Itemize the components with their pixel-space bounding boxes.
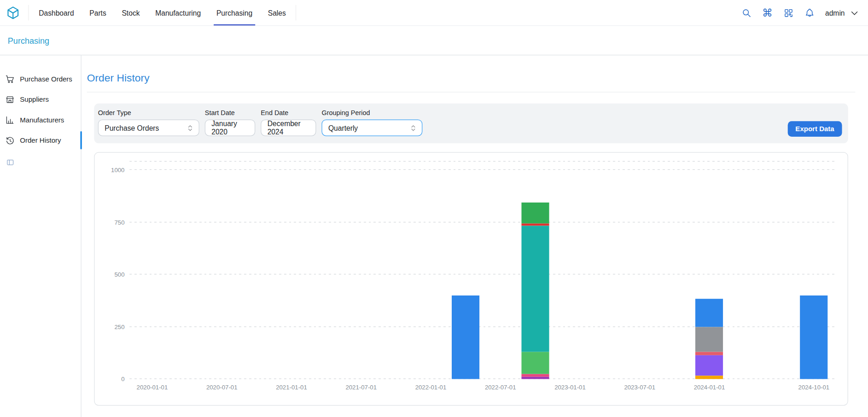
panel-collapse-icon[interactable] <box>6 158 14 167</box>
gridline <box>129 326 836 327</box>
gridline <box>129 161 836 162</box>
bar-segment <box>521 377 549 379</box>
sidebar-item-order-history[interactable]: Order History <box>0 130 81 151</box>
y-axis-tick-label: 750 <box>102 219 124 226</box>
chevron-down-icon <box>850 8 859 17</box>
y-axis-tick-label: 250 <box>102 324 124 330</box>
main-panel: Order History Order Type Purchase Orders… <box>82 55 868 417</box>
x-axis-tick-label: 2022-07-01 <box>485 384 516 390</box>
tab-sales[interactable]: Sales <box>260 0 294 25</box>
select-updown-icon <box>186 124 194 132</box>
history-icon <box>5 135 15 145</box>
bar-segment <box>521 226 549 352</box>
sidebar: Purchase Orders Suppliers Manufacture <box>0 55 82 417</box>
bar-segment <box>695 299 723 327</box>
logo-cube-icon <box>6 5 20 20</box>
main-nav: Dashboard Parts Stock Manufacturing Purc… <box>29 0 296 25</box>
chart-bar-2022-04-01[interactable] <box>452 162 479 379</box>
chart-plot: 025050075010002020-01-012020-07-012021-0… <box>129 162 836 379</box>
end-date-input[interactable]: December 2024 <box>261 120 316 136</box>
order-type-select[interactable]: Purchase Orders <box>98 120 199 136</box>
top-navbar: Dashboard Parts Stock Manufacturing Purc… <box>0 0 868 26</box>
sidebar-item-label: Manufacturers <box>20 116 64 124</box>
grouping-period-label: Grouping Period <box>321 109 422 117</box>
x-axis-tick-label: 2024-01-01 <box>694 384 725 390</box>
qrcode-icon[interactable] <box>783 7 794 18</box>
x-axis-tick-label: 2020-01-01 <box>137 384 168 390</box>
bar-segment <box>452 295 479 379</box>
x-axis-tick-label: 2022-01-01 <box>415 384 447 390</box>
order-type-value: Purchase Orders <box>105 124 159 132</box>
sidebar-item-manufacturers[interactable]: Manufacturers <box>0 110 81 130</box>
start-date-input[interactable]: January 2020 <box>205 120 255 136</box>
chart-bar-2022-10-01[interactable] <box>521 162 549 379</box>
filter-panel: Order Type Purchase Orders Start Date Ja… <box>94 104 848 144</box>
bar-segment <box>800 295 827 379</box>
select-updown-icon <box>409 124 417 132</box>
grouping-period-select[interactable]: Quarterly <box>321 120 422 136</box>
app-window: Dashboard Parts Stock Manufacturing Purc… <box>0 0 868 417</box>
gridline <box>129 169 836 170</box>
sidebar-item-purchase-orders[interactable]: Purchase Orders <box>0 69 81 89</box>
x-axis-tick-label: 2024-10-01 <box>798 384 830 390</box>
chart-icon <box>5 115 15 125</box>
y-axis-tick-label: 500 <box>102 271 124 278</box>
tab-parts[interactable]: Parts <box>82 0 114 25</box>
tab-dashboard[interactable]: Dashboard <box>31 0 82 25</box>
app-logo[interactable] <box>6 0 20 25</box>
export-data-button[interactable]: Export Data <box>788 121 842 137</box>
bar-segment <box>695 376 723 379</box>
bar-segment <box>695 355 723 376</box>
x-axis-tick-label: 2021-01-01 <box>276 384 307 390</box>
tab-manufacturing[interactable]: Manufacturing <box>147 0 209 25</box>
breadcrumb-purchasing[interactable]: Purchasing <box>8 36 49 45</box>
gridline <box>129 222 836 222</box>
page-title: Order History <box>87 72 856 84</box>
username-label: admin <box>825 9 845 17</box>
chart-bar-2024-01-01[interactable] <box>695 162 723 379</box>
search-icon[interactable] <box>741 7 751 18</box>
end-date-value: December 2024 <box>268 120 311 136</box>
order-type-label: Order Type <box>98 109 199 117</box>
x-axis-tick-label: 2021-07-01 <box>345 384 377 390</box>
bar-segment <box>521 203 549 223</box>
y-axis-tick-label: 0 <box>102 376 124 382</box>
x-axis-tick-label: 2020-07-01 <box>206 384 238 390</box>
user-menu[interactable]: admin <box>825 8 859 17</box>
grouping-period-value: Quarterly <box>328 124 358 132</box>
bar-segment <box>695 352 723 355</box>
sidebar-item-label: Suppliers <box>20 95 49 103</box>
bar-segment <box>521 352 549 374</box>
sidebar-item-suppliers[interactable]: Suppliers <box>0 89 81 110</box>
storefront-icon <box>5 94 15 104</box>
gridline <box>129 274 836 274</box>
gridline <box>129 378 836 379</box>
breadcrumb: Purchasing <box>0 26 868 56</box>
y-axis-tick-label: 1000 <box>102 167 124 173</box>
tab-stock[interactable]: Stock <box>114 0 148 25</box>
end-date-label: End Date <box>261 109 316 117</box>
tab-purchasing[interactable]: Purchasing <box>209 0 260 25</box>
sidebar-item-label: Order History <box>20 136 61 144</box>
sidebar-item-label: Purchase Orders <box>20 75 72 83</box>
start-date-label: Start Date <box>205 109 255 117</box>
bar-segment <box>695 327 723 352</box>
chart-bar-2024-10-01[interactable] <box>800 162 827 379</box>
nav-separator-right <box>296 5 297 21</box>
x-axis-tick-label: 2023-01-01 <box>554 384 586 390</box>
order-history-chart-card: 025050075010002020-01-012020-07-012021-0… <box>94 152 848 406</box>
shopping-cart-icon <box>5 74 15 84</box>
start-date-value: January 2020 <box>211 120 250 136</box>
x-axis-tick-label: 2023-07-01 <box>624 384 655 390</box>
title-divider <box>87 92 856 93</box>
command-icon[interactable]: ⌘ <box>762 7 773 18</box>
bell-icon[interactable] <box>804 7 815 18</box>
